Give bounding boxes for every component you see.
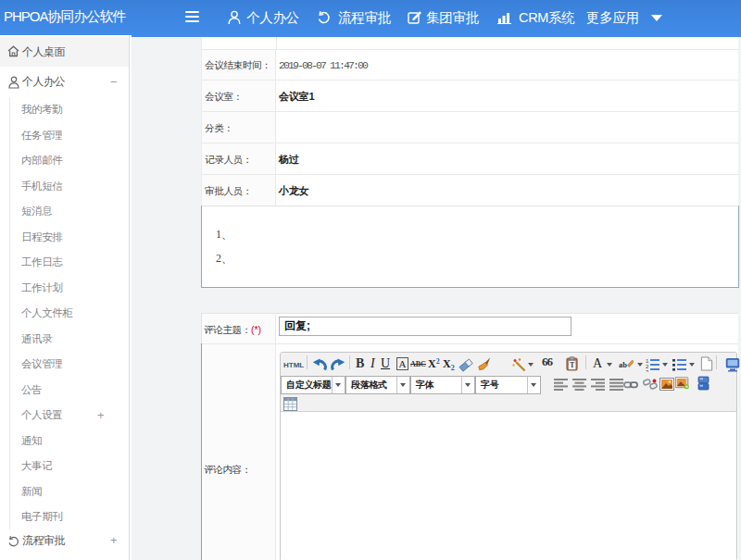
svg-text:T: T: [570, 361, 574, 369]
svg-text:ab: ab: [619, 360, 627, 369]
svg-text:3: 3: [646, 369, 649, 372]
